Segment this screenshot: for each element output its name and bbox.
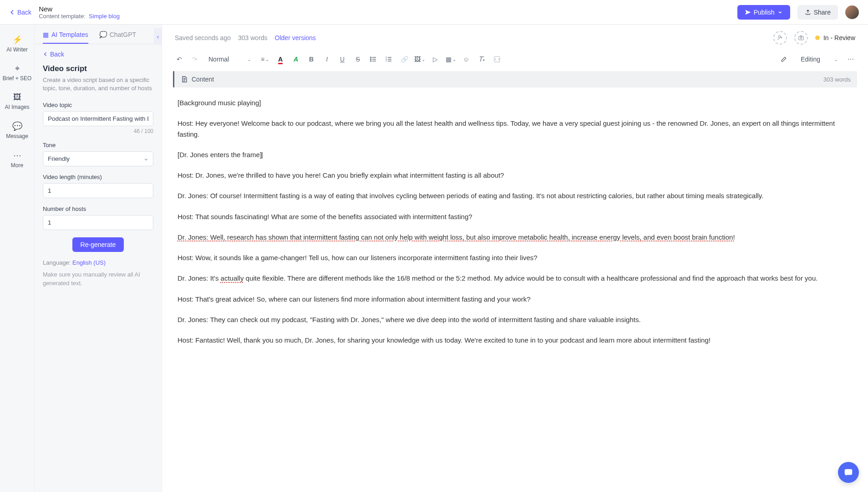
paragraph: Host: That's great advice! So, where can… [178,294,853,304]
paragraph: Host: Hey everyone! Welcome back to our … [178,118,853,139]
redo-button[interactable]: ↷ [188,53,201,66]
spell-error: Dr. Jones: Well, research has shown that… [178,233,735,241]
field-video-topic: Video topic 46 / 100 [43,102,153,134]
rail-label: AI Images [5,104,29,110]
editing-mode-select[interactable]: Editing [777,54,842,65]
emoji-button[interactable]: ☺ [460,53,472,66]
tab-chatgpt[interactable]: 💭 ChatGPT [99,31,136,44]
tone-label: Tone [43,142,153,149]
strike-button[interactable]: S [351,53,364,66]
svg-point-2 [800,37,802,39]
rail-label: AI Writer [6,46,27,53]
back-button[interactable]: Back [9,9,31,16]
templates-icon: ▦ [43,31,49,38]
add-collaborator-button[interactable] [773,31,787,45]
snapshot-button[interactable] [794,31,808,45]
panel-back-button[interactable]: Back [43,51,153,58]
template-label: Content template: [39,13,86,20]
content-word-count: 303 words [823,76,851,83]
link-button[interactable]: 🔗 [398,53,411,66]
review-note: Make sure you manually review all AI gen… [43,271,153,287]
template-link[interactable]: Simple blog [89,13,120,20]
paragraph: Host: Dr. Jones, we're thrilled to have … [178,170,853,180]
hosts-label: Number of hosts [43,205,153,212]
video-insert-button[interactable]: ▷ [429,53,442,66]
image-insert-button[interactable]: 🖼 [413,53,426,66]
doc-template: Content template: Simple blog [39,13,730,20]
rail-label: Message [6,133,28,139]
publish-label: Publish [754,9,775,16]
rail-label: More [11,162,23,169]
rail-label: Brief + SEO [3,75,32,82]
field-number-hosts: Number of hosts [43,205,153,230]
status-label: In - Review [823,34,855,41]
regenerate-button[interactable]: Re-generate [72,237,124,252]
panel-title: Video script [43,64,153,73]
intercom-chat-button[interactable] [838,462,859,483]
paragraph: [Background music playing] [178,97,853,108]
rail-brief-seo[interactable]: ⌖ Brief + SEO [0,58,34,87]
language-label: Language: [43,259,71,266]
svg-point-5 [371,61,371,62]
rail-ai-images[interactable]: 🖼 AI Images [0,87,34,116]
editor-toolbar: ↶ ↷ Normal ≡ A A B I U S 123 🔗 🖼 ▷ ▦ ☺ [162,51,868,71]
svg-point-4 [371,59,371,60]
collapse-panel-button[interactable]: ‹ [154,28,162,45]
paragraph: Host: Wow, it sounds like a game-changer… [178,252,853,263]
word-count: 303 words [238,34,268,41]
paragraph-text: [Dr. Jones enters the frame] [178,151,263,159]
editing-label: Editing [801,56,820,63]
doc-title: New [39,5,730,13]
language-link[interactable]: English (US) [72,259,106,266]
older-versions-link[interactable]: Older versions [275,34,316,41]
clear-format-button[interactable] [475,53,488,66]
rail-ai-writer[interactable]: ⚡ AI Writer [0,29,34,58]
paragraph: [Dr. Jones enters the frame] [178,149,853,160]
bolt-icon: ⚡ [0,35,34,45]
length-input[interactable] [43,183,153,198]
avatar[interactable] [845,5,859,19]
paragraph-style-select[interactable]: Normal [204,54,256,65]
side-panel: ‹ ▦ AI Templates 💭 ChatGPT Back Video sc… [35,25,162,492]
language-row: Language: English (US) [43,259,153,266]
panel-desc: Create a video script based on a specifi… [43,76,153,92]
topic-input[interactable] [43,111,153,126]
underline-button[interactable]: U [336,53,349,66]
document-body[interactable]: [Background music playing] Host: Hey eve… [162,87,868,492]
svg-text:3: 3 [386,60,387,62]
table-insert-button[interactable]: ▦ [444,53,457,66]
rail-message[interactable]: 💬 Message [0,116,34,145]
toolbar-more-button[interactable]: ⋯ [844,53,857,66]
code-block-button[interactable] [491,53,503,66]
tab-ai-templates[interactable]: ▦ AI Templates [43,31,88,44]
target-icon: ⌖ [0,64,34,73]
tab-label: ChatGPT [110,31,136,38]
status-select[interactable]: In - Review [815,34,855,41]
paragraph: Dr. Jones: Well, research has shown that… [178,232,853,242]
numbered-list-button[interactable]: 123 [382,53,395,66]
align-button[interactable]: ≡ [259,53,271,66]
undo-button[interactable]: ↶ [173,53,186,66]
panel-body: Back Video script Create a video script … [35,44,162,287]
rail-more[interactable]: ⋯ More [0,145,34,174]
paragraph: Dr. Jones: It's actually quite flexible.… [178,273,853,283]
hosts-input[interactable] [43,215,153,230]
document-icon [181,76,188,83]
paragraph: Host: Fantastic! Well, thank you so much… [178,335,853,345]
highlight-button[interactable]: A [289,53,302,66]
more-icon: ⋯ [0,150,34,160]
share-button[interactable]: Share [797,5,838,20]
text-color-button[interactable]: A [274,53,287,66]
chatgpt-icon: 💭 [99,31,107,38]
tab-label: AI Templates [51,31,88,38]
content-label: Content [192,76,214,83]
field-tone: Tone Friendly [43,142,153,166]
bullet-list-button[interactable] [367,53,380,66]
pencil-icon [781,56,787,62]
italic-button[interactable]: I [320,53,333,66]
paragraph: Dr. Jones: They can check out my podcast… [178,314,853,325]
publish-button[interactable]: Publish [737,5,790,20]
tone-select[interactable]: Friendly [43,151,153,166]
back-label: Back [17,9,31,16]
bold-button[interactable]: B [305,53,318,66]
